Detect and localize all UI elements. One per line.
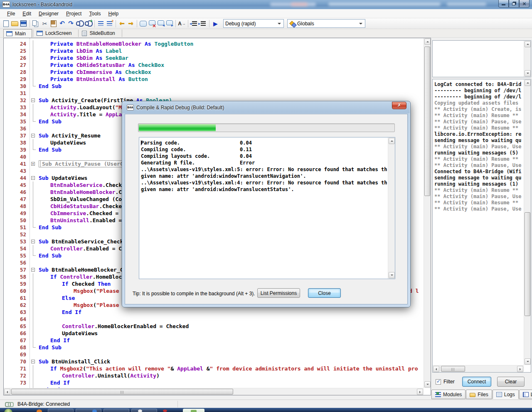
scroll-down-button[interactable] (525, 358, 531, 365)
fold-collapse-icon[interactable]: − (31, 134, 35, 137)
tab-modules[interactable]: Modules (431, 390, 466, 399)
scroll-down-button[interactable] (525, 70, 531, 76)
back-icon[interactable] (118, 20, 126, 28)
taskbar-button[interactable] (131, 409, 157, 412)
list-permissions-button[interactable]: List Permissions (257, 288, 300, 298)
bookmark-prev-icon[interactable] (105, 20, 114, 28)
taskbar-firefox-icon[interactable] (37, 410, 42, 412)
scrollbar-thumb[interactable] (424, 47, 430, 196)
scroll-down-button[interactable] (424, 381, 431, 387)
tab-logs[interactable]: Logs (493, 390, 519, 399)
dialog-close-action-button[interactable]: Close (308, 288, 341, 298)
compile-progress-bar (138, 123, 395, 132)
outdent-icon[interactable] (190, 20, 199, 28)
scroll-up-button[interactable] (525, 80, 531, 86)
dialog-title: Compile & Rapid Debug (Build: Default) (136, 105, 224, 110)
compile-log-box[interactable]: Parsing code.0.04Compiling code.0.11Comp… (139, 137, 395, 279)
scroll-right-button[interactable] (417, 389, 423, 395)
scroll-left-button[interactable] (4, 389, 10, 395)
run-icon[interactable] (211, 20, 220, 28)
comment-add-icon[interactable] (156, 20, 165, 28)
editor-vertical-scrollbar[interactable] (424, 38, 431, 388)
scroll-left-button[interactable] (433, 366, 439, 372)
indent-icon[interactable] (199, 20, 207, 28)
windows-taskbar[interactable] (0, 408, 532, 412)
scroll-down-button[interactable] (389, 272, 395, 278)
tab-libs[interactable]: Libs (519, 390, 532, 399)
fold-collapse-icon[interactable]: − (31, 176, 35, 180)
taskbar-button[interactable] (103, 409, 129, 412)
scroll-right-button[interactable] (517, 366, 523, 372)
dialog-log-scrollbar[interactable] (388, 137, 395, 279)
redo-icon[interactable] (66, 20, 75, 28)
log-line: ** Activity (main) Resume ** (434, 125, 523, 131)
compile-step: Compiling layouts code.0.04 (141, 153, 387, 159)
editor-horizontal-scrollbar[interactable] (4, 388, 424, 395)
forward-icon[interactable] (126, 20, 135, 28)
find-icon[interactable] (75, 20, 84, 28)
filter-checkbox[interactable] (436, 379, 441, 385)
autocomplete-icon[interactable] (177, 20, 186, 28)
copy-icon[interactable] (32, 20, 40, 28)
comment-remove-icon[interactable] (148, 20, 156, 28)
line-number: 64 (4, 316, 26, 323)
bookmark-icon[interactable] (96, 20, 105, 28)
scroll-up-button[interactable] (525, 41, 531, 47)
menu-tools[interactable]: Tools (85, 10, 104, 17)
scroll-up-button[interactable] (389, 138, 395, 144)
taskbar-active-button[interactable] (183, 409, 204, 412)
start-button[interactable] (4, 409, 12, 412)
fold-collapse-icon[interactable]: − (31, 240, 35, 243)
vertical-scrollbar[interactable] (524, 41, 531, 77)
logs-horizontal-scrollbar[interactable] (433, 365, 524, 372)
scrollbar-thumb[interactable] (11, 389, 233, 395)
minimize-button[interactable] (498, 0, 509, 7)
logs-vertical-scrollbar[interactable] (524, 79, 531, 365)
comment-out-icon[interactable] (165, 20, 174, 28)
clear-button[interactable]: Clear (497, 377, 525, 387)
cut-icon[interactable] (40, 20, 49, 28)
logs-panel[interactable]: LogCat connected to: B4A-Brid--------- b… (432, 79, 531, 373)
fold-collapse-icon[interactable]: − (31, 98, 35, 102)
undo-icon[interactable] (58, 20, 66, 28)
taskbar-ie-icon[interactable] (92, 410, 97, 412)
tab-files[interactable]: Files (466, 390, 492, 399)
code-line: 29Private BtnUninstall As Button (4, 76, 424, 83)
taskbar-app-icon[interactable] (163, 410, 167, 412)
taskbar-button[interactable] (48, 409, 74, 412)
code-navigation-value: Globals (297, 21, 314, 27)
tab-main[interactable]: Main (3, 29, 32, 37)
menu-edit[interactable]: Edit (19, 10, 35, 17)
build-configuration-dropdown[interactable]: Debug (rapid) (223, 19, 284, 28)
gutter-separator (30, 38, 30, 388)
open-file-icon[interactable] (10, 20, 19, 28)
scrollbar-thumb[interactable] (441, 366, 465, 372)
tab-lockscreen[interactable]: LockScreen (34, 29, 77, 37)
search-results-box[interactable] (432, 40, 531, 77)
close-button[interactable]: × (519, 0, 530, 7)
code-line: 27Private CbHideStatusBar As CheckBox (4, 61, 424, 69)
restore-button[interactable] (509, 0, 519, 7)
connect-button[interactable]: Connect (462, 377, 491, 387)
menu-project[interactable]: Project (62, 10, 85, 17)
taskbar-button[interactable] (76, 409, 101, 412)
scroll-up-button[interactable] (424, 39, 431, 45)
fold-expand-icon[interactable]: + (31, 162, 35, 166)
fold-collapse-icon[interactable]: − (31, 268, 35, 272)
save-icon[interactable] (19, 20, 28, 28)
dialog-close-button[interactable]: ✗ (392, 102, 406, 109)
tab-slidebutton[interactable]: SlideButton (79, 29, 121, 37)
menu-help[interactable]: Help (104, 10, 122, 17)
designer-icon[interactable] (139, 20, 148, 28)
modules-icon (435, 392, 441, 397)
new-file-icon[interactable] (2, 20, 10, 28)
fold-collapse-icon[interactable]: − (31, 360, 35, 363)
find-next-icon[interactable] (84, 20, 93, 28)
menu-file[interactable]: File (3, 10, 19, 17)
menu-designer[interactable]: Designer (35, 10, 62, 17)
code-navigation-dropdown[interactable]: Globals (287, 19, 365, 28)
paste-icon[interactable] (49, 20, 58, 28)
tab-label: Modules (443, 392, 462, 397)
scrollbar-thumb[interactable] (525, 212, 530, 316)
log-line: Copying updated assets files (434, 100, 523, 106)
